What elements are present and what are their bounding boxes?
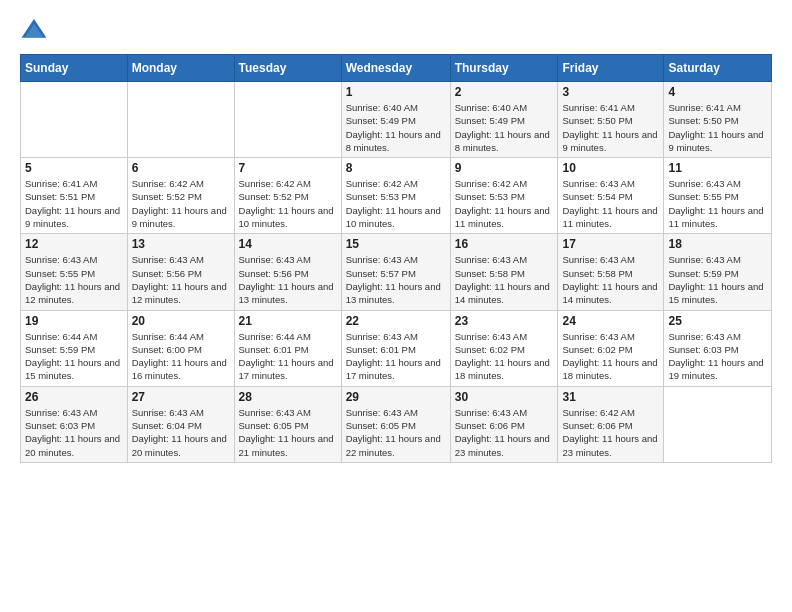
calendar-header-row: SundayMondayTuesdayWednesdayThursdayFrid… [21, 55, 772, 82]
calendar-day-cell: 9Sunrise: 6:42 AM Sunset: 5:53 PM Daylig… [450, 158, 558, 234]
header [20, 16, 772, 44]
calendar-day-cell: 10Sunrise: 6:43 AM Sunset: 5:54 PM Dayli… [558, 158, 664, 234]
day-number: 18 [668, 237, 767, 251]
day-number: 8 [346, 161, 446, 175]
day-number: 17 [562, 237, 659, 251]
day-number: 5 [25, 161, 123, 175]
calendar-day-cell: 21Sunrise: 6:44 AM Sunset: 6:01 PM Dayli… [234, 310, 341, 386]
day-info: Sunrise: 6:41 AM Sunset: 5:50 PM Dayligh… [668, 101, 767, 154]
day-number: 29 [346, 390, 446, 404]
day-number: 3 [562, 85, 659, 99]
calendar-day-cell: 6Sunrise: 6:42 AM Sunset: 5:52 PM Daylig… [127, 158, 234, 234]
day-info: Sunrise: 6:42 AM Sunset: 5:53 PM Dayligh… [455, 177, 554, 230]
calendar-day-cell: 1Sunrise: 6:40 AM Sunset: 5:49 PM Daylig… [341, 82, 450, 158]
day-number: 26 [25, 390, 123, 404]
calendar-day-cell: 19Sunrise: 6:44 AM Sunset: 5:59 PM Dayli… [21, 310, 128, 386]
day-info: Sunrise: 6:43 AM Sunset: 5:58 PM Dayligh… [562, 253, 659, 306]
day-number: 31 [562, 390, 659, 404]
day-info: Sunrise: 6:43 AM Sunset: 6:03 PM Dayligh… [668, 330, 767, 383]
day-info: Sunrise: 6:44 AM Sunset: 6:01 PM Dayligh… [239, 330, 337, 383]
day-info: Sunrise: 6:43 AM Sunset: 5:54 PM Dayligh… [562, 177, 659, 230]
calendar-day-cell [234, 82, 341, 158]
day-info: Sunrise: 6:43 AM Sunset: 5:56 PM Dayligh… [132, 253, 230, 306]
day-info: Sunrise: 6:40 AM Sunset: 5:49 PM Dayligh… [346, 101, 446, 154]
calendar-day-cell: 7Sunrise: 6:42 AM Sunset: 5:52 PM Daylig… [234, 158, 341, 234]
day-info: Sunrise: 6:43 AM Sunset: 5:55 PM Dayligh… [668, 177, 767, 230]
weekday-header: Wednesday [341, 55, 450, 82]
day-number: 4 [668, 85, 767, 99]
logo-icon [20, 16, 48, 44]
day-info: Sunrise: 6:43 AM Sunset: 6:06 PM Dayligh… [455, 406, 554, 459]
day-number: 16 [455, 237, 554, 251]
day-info: Sunrise: 6:43 AM Sunset: 5:56 PM Dayligh… [239, 253, 337, 306]
calendar-day-cell: 26Sunrise: 6:43 AM Sunset: 6:03 PM Dayli… [21, 386, 128, 462]
day-number: 28 [239, 390, 337, 404]
calendar-day-cell: 30Sunrise: 6:43 AM Sunset: 6:06 PM Dayli… [450, 386, 558, 462]
day-number: 19 [25, 314, 123, 328]
day-number: 6 [132, 161, 230, 175]
calendar-day-cell: 29Sunrise: 6:43 AM Sunset: 6:05 PM Dayli… [341, 386, 450, 462]
day-info: Sunrise: 6:44 AM Sunset: 6:00 PM Dayligh… [132, 330, 230, 383]
calendar-day-cell: 20Sunrise: 6:44 AM Sunset: 6:00 PM Dayli… [127, 310, 234, 386]
weekday-header: Saturday [664, 55, 772, 82]
weekday-header: Sunday [21, 55, 128, 82]
day-info: Sunrise: 6:43 AM Sunset: 6:03 PM Dayligh… [25, 406, 123, 459]
weekday-header: Tuesday [234, 55, 341, 82]
calendar-day-cell: 11Sunrise: 6:43 AM Sunset: 5:55 PM Dayli… [664, 158, 772, 234]
day-number: 1 [346, 85, 446, 99]
calendar-day-cell: 4Sunrise: 6:41 AM Sunset: 5:50 PM Daylig… [664, 82, 772, 158]
weekday-header: Friday [558, 55, 664, 82]
day-info: Sunrise: 6:43 AM Sunset: 6:05 PM Dayligh… [239, 406, 337, 459]
day-number: 12 [25, 237, 123, 251]
day-number: 23 [455, 314, 554, 328]
day-number: 27 [132, 390, 230, 404]
day-number: 30 [455, 390, 554, 404]
weekday-header: Thursday [450, 55, 558, 82]
day-info: Sunrise: 6:43 AM Sunset: 6:01 PM Dayligh… [346, 330, 446, 383]
day-number: 14 [239, 237, 337, 251]
calendar-day-cell: 28Sunrise: 6:43 AM Sunset: 6:05 PM Dayli… [234, 386, 341, 462]
calendar-day-cell [664, 386, 772, 462]
day-info: Sunrise: 6:43 AM Sunset: 6:04 PM Dayligh… [132, 406, 230, 459]
calendar-day-cell: 2Sunrise: 6:40 AM Sunset: 5:49 PM Daylig… [450, 82, 558, 158]
day-info: Sunrise: 6:42 AM Sunset: 5:52 PM Dayligh… [239, 177, 337, 230]
day-number: 9 [455, 161, 554, 175]
day-info: Sunrise: 6:41 AM Sunset: 5:50 PM Dayligh… [562, 101, 659, 154]
calendar-day-cell: 12Sunrise: 6:43 AM Sunset: 5:55 PM Dayli… [21, 234, 128, 310]
calendar-week-row: 19Sunrise: 6:44 AM Sunset: 5:59 PM Dayli… [21, 310, 772, 386]
day-number: 11 [668, 161, 767, 175]
day-number: 20 [132, 314, 230, 328]
calendar-day-cell: 18Sunrise: 6:43 AM Sunset: 5:59 PM Dayli… [664, 234, 772, 310]
calendar-week-row: 12Sunrise: 6:43 AM Sunset: 5:55 PM Dayli… [21, 234, 772, 310]
calendar-day-cell: 31Sunrise: 6:42 AM Sunset: 6:06 PM Dayli… [558, 386, 664, 462]
calendar-day-cell: 17Sunrise: 6:43 AM Sunset: 5:58 PM Dayli… [558, 234, 664, 310]
calendar-day-cell [21, 82, 128, 158]
calendar-week-row: 1Sunrise: 6:40 AM Sunset: 5:49 PM Daylig… [21, 82, 772, 158]
day-number: 22 [346, 314, 446, 328]
day-info: Sunrise: 6:43 AM Sunset: 5:55 PM Dayligh… [25, 253, 123, 306]
day-info: Sunrise: 6:40 AM Sunset: 5:49 PM Dayligh… [455, 101, 554, 154]
calendar-day-cell: 13Sunrise: 6:43 AM Sunset: 5:56 PM Dayli… [127, 234, 234, 310]
calendar-day-cell [127, 82, 234, 158]
calendar-day-cell: 25Sunrise: 6:43 AM Sunset: 6:03 PM Dayli… [664, 310, 772, 386]
day-info: Sunrise: 6:43 AM Sunset: 5:59 PM Dayligh… [668, 253, 767, 306]
day-number: 10 [562, 161, 659, 175]
calendar-day-cell: 22Sunrise: 6:43 AM Sunset: 6:01 PM Dayli… [341, 310, 450, 386]
day-number: 25 [668, 314, 767, 328]
day-info: Sunrise: 6:41 AM Sunset: 5:51 PM Dayligh… [25, 177, 123, 230]
day-info: Sunrise: 6:42 AM Sunset: 5:52 PM Dayligh… [132, 177, 230, 230]
calendar-day-cell: 3Sunrise: 6:41 AM Sunset: 5:50 PM Daylig… [558, 82, 664, 158]
calendar-day-cell: 15Sunrise: 6:43 AM Sunset: 5:57 PM Dayli… [341, 234, 450, 310]
day-info: Sunrise: 6:43 AM Sunset: 5:57 PM Dayligh… [346, 253, 446, 306]
day-number: 13 [132, 237, 230, 251]
calendar-day-cell: 24Sunrise: 6:43 AM Sunset: 6:02 PM Dayli… [558, 310, 664, 386]
calendar-week-row: 26Sunrise: 6:43 AM Sunset: 6:03 PM Dayli… [21, 386, 772, 462]
calendar-table: SundayMondayTuesdayWednesdayThursdayFrid… [20, 54, 772, 463]
day-info: Sunrise: 6:43 AM Sunset: 6:02 PM Dayligh… [455, 330, 554, 383]
day-number: 21 [239, 314, 337, 328]
day-info: Sunrise: 6:42 AM Sunset: 5:53 PM Dayligh… [346, 177, 446, 230]
calendar-day-cell: 5Sunrise: 6:41 AM Sunset: 5:51 PM Daylig… [21, 158, 128, 234]
day-number: 2 [455, 85, 554, 99]
day-info: Sunrise: 6:43 AM Sunset: 5:58 PM Dayligh… [455, 253, 554, 306]
day-number: 7 [239, 161, 337, 175]
